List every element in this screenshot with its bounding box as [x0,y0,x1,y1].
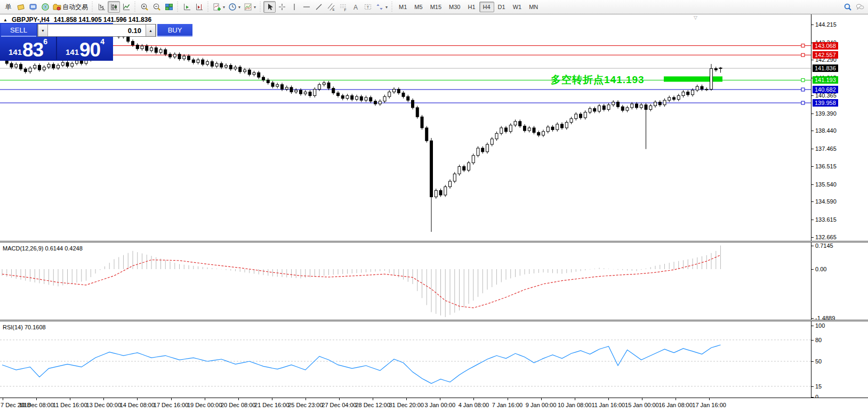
textA-icon: A [351,3,360,11]
chart-header: ▲ GBPJPY-,H4 141.858 141.905 141.596 141… [3,16,151,23]
time-axis[interactable]: 7 Dec 201810 Dec 08:0011 Dec 16:0013 Dec… [0,398,868,413]
time-axis-label: 3 Jan 00:00 [425,402,456,408]
rsi-indicator-pane[interactable]: RSI(14) 70.1608 [0,321,811,398]
pivot-annotation-text: 多空转折点141.193 [551,73,645,87]
toolbar-separator [91,2,94,12]
chat-button[interactable] [854,1,866,13]
sell-price-prefix: 141 [9,47,22,56]
cursor-button[interactable] [263,1,276,13]
timeframe-m1[interactable]: M1 [395,2,411,12]
timeframe-h4[interactable]: H4 [479,2,494,12]
timeframe-m15-label: M15 [430,4,441,10]
auto-scroll-button[interactable] [181,1,193,13]
pane-separator[interactable] [0,320,868,321]
indicators-button[interactable]: ▾ [211,1,227,13]
autotrade-icon [53,3,61,11]
signals-button[interactable] [39,1,51,13]
periods-button[interactable]: ▾ [227,1,242,13]
line-end-marker[interactable] [801,53,805,56]
axis-tick-mark [811,340,814,341]
zoom-out-button[interactable] [150,1,163,13]
new-order-button[interactable]: 单 [2,1,14,13]
timeframe-h1[interactable]: H1 [464,2,479,12]
dropdown-caret-icon[interactable]: ▾ [223,5,225,10]
timeframe-m5[interactable]: M5 [411,2,426,12]
volume-increase-button[interactable]: ▲ [146,25,156,36]
tile-icon [165,3,173,11]
dropdown-caret-icon[interactable]: ▾ [385,5,388,10]
time-axis-label: 28 Dec 12:00 [355,402,390,408]
collapse-icon[interactable]: ▲ [3,18,7,22]
time-axis-label: 17 Dec 16:00 [154,402,188,408]
timeframe-m30[interactable]: M30 [445,2,464,12]
time-tick-mark [306,398,306,400]
toolbar-right-icons [841,1,866,13]
macd-label: MACD(12,26,9) 0.6144 0.4248 [3,245,83,252]
price-level-label: 143.068 [813,42,838,50]
price-level-label: 140.682 [813,86,838,93]
main-chart-pane[interactable]: ▲ GBPJPY-,H4 141.858 141.905 141.596 141… [0,14,811,241]
price-level-label: 139.958 [813,99,838,107]
price-axis[interactable]: 144.215143.240142.290141.315140.365139.3… [811,14,868,398]
crosshair-icon [278,3,286,11]
pane-separator[interactable] [0,241,868,242]
bar-chart-button[interactable] [95,1,108,13]
vertical-line-button[interactable] [288,1,300,13]
timeframe-w1[interactable]: W1 [509,2,526,12]
rsi-label: RSI(14) 70.1608 [3,324,46,330]
time-tick-mark [238,398,239,400]
fibonacci-button[interactable]: F [337,1,349,13]
text-button[interactable]: A [349,1,361,13]
pivot-annotation-bar[interactable] [664,76,722,82]
line-end-marker[interactable] [801,88,805,91]
zoom-in-button[interactable] [138,1,150,13]
rsi-plot [0,321,811,398]
terminal-button[interactable] [27,1,39,13]
tline-icon [315,3,323,11]
line-end-marker[interactable] [801,44,805,47]
auto-trading-button[interactable]: 自动交易 [51,1,90,13]
timeframe-m15[interactable]: M15 [427,2,445,12]
chart-shift-button[interactable] [193,1,205,13]
arrows-button[interactable]: ▾ [374,1,389,13]
price-level-label: 142.557 [813,51,838,59]
horizontal-line-button[interactable] [300,1,312,13]
sell-price[interactable]: 141 83 6 [0,37,57,60]
buy-price[interactable]: 141 90 4 [57,37,113,60]
line-end-marker[interactable] [801,78,805,82]
line-chart-button[interactable] [120,1,132,13]
time-tick-mark [103,398,104,400]
dropdown-caret-icon[interactable]: ▾ [238,5,240,10]
chart-shift-marker[interactable]: ▽ [694,15,697,20]
search-button[interactable] [841,1,854,13]
macd-indicator-pane[interactable]: MACD(12,26,9) 0.6144 0.4248 [0,242,811,320]
timeframe-d1[interactable]: D1 [494,2,509,12]
label-button[interactable]: T [361,1,374,13]
chart-area: ▲ GBPJPY-,H4 141.858 141.905 141.596 141… [0,14,868,413]
rsi-line [2,345,721,383]
line-end-marker[interactable] [801,101,805,104]
shift-icon [195,3,204,11]
candlestick-chart-button[interactable] [108,1,120,13]
chart-window-button[interactable] [14,1,27,13]
time-axis-label: 10 Jan 08:00 [558,402,592,408]
axis-tick-mark [811,60,814,60]
toolbar: 单自动交易▾▾▾EFAT▾M1M5M15M30H1H4D1W1MN [0,0,868,14]
trendline-button[interactable] [312,1,325,13]
volume-decrease-button[interactable]: ▼ [38,25,48,36]
dropdown-caret-icon[interactable]: ▾ [254,5,256,10]
buy-button[interactable]: BUY [157,24,192,37]
signal-icon [41,3,50,11]
chart-symbol-title: GBPJPY-,H4 [12,16,50,23]
time-axis-label: 11 Jan 16:00 [591,402,625,408]
crosshair-button[interactable] [276,1,288,13]
sell-button[interactable]: SELL [1,24,36,37]
equidistant-channel-button[interactable]: E [325,1,337,13]
volume-input[interactable] [48,25,146,36]
tile-windows-button[interactable] [163,1,175,13]
templates-button[interactable]: ▾ [242,1,258,13]
axis-tick-mark [811,386,814,387]
timeframe-mn[interactable]: MN [525,2,542,12]
axis-tick-mark [811,269,814,270]
price-level-label: 141.193 [813,76,838,84]
